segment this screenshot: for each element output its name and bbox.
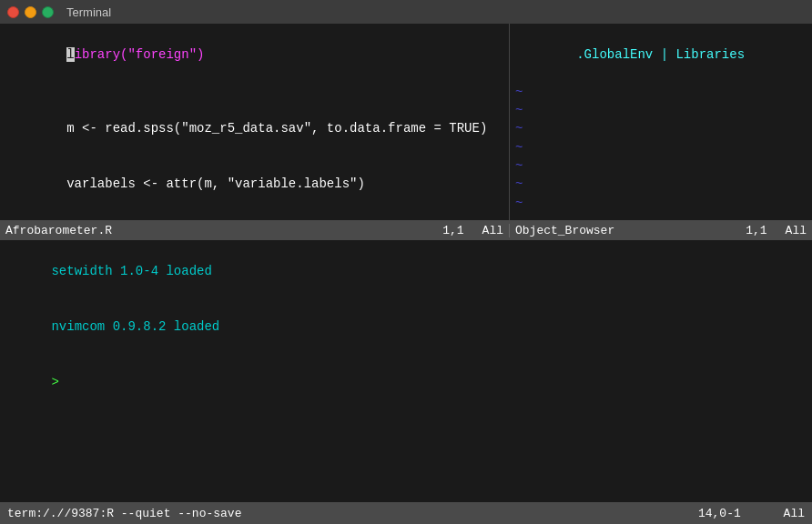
right-tilde-1: ~: [515, 83, 807, 101]
terminal-line-3: >: [5, 355, 807, 410]
close-button[interactable]: [7, 6, 19, 18]
code-line-1: library("foreign"): [5, 27, 503, 83]
code-line-2: [5, 83, 503, 101]
right-tilde-5: ~: [515, 156, 807, 175]
right-tilde-4: ~: [515, 138, 807, 156]
title-bar: Terminal: [0, 0, 812, 24]
window-title: Terminal: [66, 5, 111, 19]
bottom-left-text: term:/.//9387:R --quiet --no-save: [7, 507, 698, 520]
minimize-button[interactable]: [25, 6, 36, 18]
right-tilde-3: ~: [515, 119, 807, 137]
right-mode: All: [786, 224, 807, 237]
bottom-right-position: 14,0-1 All: [698, 507, 805, 520]
code-line-3: m <- read.spss("moz_r5_data.sav", to.dat…: [5, 101, 503, 156]
editor-status-bar: Afrobarometer.R 1,1 All Object_Browser 1…: [0, 220, 812, 240]
status-bar-right: Object_Browser 1,1 All: [510, 224, 812, 237]
left-filename: Afrobarometer.R: [5, 224, 442, 237]
right-tilde-2: ~: [515, 101, 807, 119]
bottom-status-bar: term:/.//9387:R --quiet --no-save 14,0-1…: [0, 502, 812, 524]
lower-terminal-pane[interactable]: setwidth 1.0-4 loaded nvimcom 0.9.8.2 lo…: [0, 240, 812, 502]
terminal-line-1: setwidth 1.0-4 loaded: [5, 244, 807, 299]
left-mode: All: [482, 224, 503, 237]
right-tilde-6: ~: [515, 175, 807, 193]
left-position: 1,1: [442, 224, 463, 237]
left-editor-pane[interactable]: library("foreign") m <- read.spss("moz_r…: [0, 24, 510, 220]
terminal-line-2: nvimcom 0.9.8.2 loaded: [5, 299, 807, 355]
cursor: l: [66, 47, 74, 62]
terminal-body: library("foreign") m <- read.spss("moz_r…: [0, 24, 812, 524]
right-tilde-7: ~: [515, 194, 807, 212]
right-position: 1,1: [746, 224, 766, 237]
right-filename: Object_Browser: [515, 224, 746, 237]
right-header: .GlobalEnv | Libraries: [515, 27, 807, 83]
maximize-button[interactable]: [42, 6, 54, 18]
code-line-5: for(n in names(varlabels)): [5, 212, 503, 220]
status-bar-left: Afrobarometer.R 1,1 All: [0, 224, 510, 237]
right-editor-pane[interactable]: .GlobalEnv | Libraries ~ ~ ~ ~ ~ ~ ~: [510, 24, 812, 220]
upper-panes: library("foreign") m <- read.spss("moz_r…: [0, 24, 812, 220]
code-line-4: varlabels <- attr(m, "variable.labels"): [5, 156, 503, 212]
